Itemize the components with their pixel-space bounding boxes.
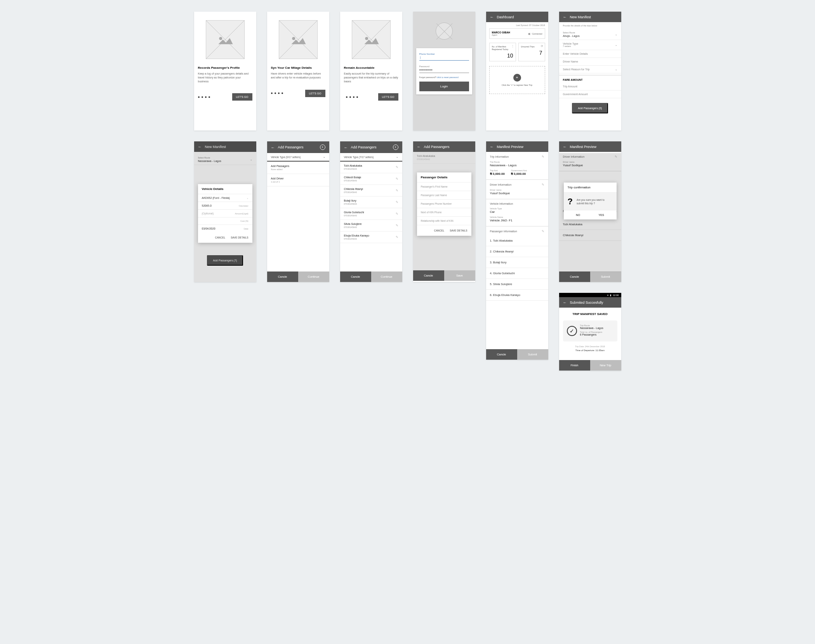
forgot-password: Forgot password? click to reset password [419,76,469,78]
avatar-placeholder [436,23,453,40]
save-button[interactable]: Save [444,270,475,281]
password-label: Password [419,65,469,68]
edit-icon[interactable]: ✎ [396,224,398,227]
appbar-title: Manifest Preview [570,145,617,149]
yes-button[interactable]: YES [599,214,604,216]
edit-icon[interactable]: ✎ [542,183,544,186]
gov-amount-field[interactable]: Government Amount [559,91,621,98]
new-trip-button[interactable]: New Trip [590,360,621,371]
list-item[interactable]: Chikesia Ifeanyi07030145643✎ [340,185,402,197]
edit-icon[interactable]: ✎ [396,189,398,192]
continue-button[interactable]: Continue [298,272,329,282]
back-icon[interactable]: ← [563,300,567,305]
text-input[interactable]: Passangers Phone Number [417,200,471,208]
amount-field[interactable]: (Optional)Amount(L/gal) [198,209,252,217]
list-item[interactable]: Bolaji Ilory07030145643✎ [340,197,402,208]
add-trip-zone[interactable]: + Click the "+" to register New Trip [489,66,545,94]
onboarding-screen-2: Syn Your Car Milage Details Have drivers… [267,12,329,131]
text-input[interactable]: Relationship with Next of KIN [417,217,471,225]
list-item[interactable]: Tobi Abalukaka07030145643✎ [340,162,402,173]
modal-title: Trip confirmation [564,183,617,193]
driver-name-field[interactable]: Driver Name [559,58,621,66]
refresh-icon[interactable]: ⟳ [541,45,543,48]
text-input[interactable]: Passangers Last Name [417,191,471,200]
back-icon[interactable]: ← [563,15,567,19]
finish-button[interactable]: Finish [559,360,590,371]
edit-icon[interactable]: ✎ [396,212,398,216]
image-placeholder [279,20,318,59]
back-icon[interactable]: ← [563,144,567,149]
more-icon[interactable]: ⋮ [511,45,514,48]
edit-icon[interactable]: ✎ [396,165,398,169]
onboarding-title: Records Passenger's Profile [198,66,252,70]
no-button[interactable]: NO [576,214,580,216]
cost-field[interactable]: Cost (N) [198,217,252,225]
vehicle-type-select[interactable]: Vehicle Type (7/17 setters)⌄ [340,153,402,162]
vehicle-details-field[interactable]: Enter Vehicle Details [559,50,621,58]
svg-point-8 [365,37,368,40]
cancel-button[interactable]: CANCEL [434,229,444,232]
login-button[interactable]: Login [419,82,469,91]
submit-button[interactable]: Submit [517,349,548,360]
user-role: Agent [492,34,510,36]
cancel-button[interactable]: Cancle [413,270,444,281]
password-field[interactable]: Password •••••••••••••• [419,64,469,73]
chevron-down-icon: ⌄ [396,155,398,158]
submit-button[interactable]: Submit [590,272,621,282]
cancel-button[interactable]: Cancle [559,272,590,282]
reason-field[interactable]: Select Reason for Trip⌄ [559,66,621,73]
lets-go-button[interactable]: LET'S GO [232,93,252,101]
edit-icon[interactable]: ✎ [542,230,544,233]
list-item[interactable]: Gloria Gobeluchi07030145643✎ [340,208,402,220]
add-passengers-section[interactable]: Add PassagersNone added [267,162,329,174]
add-icon[interactable]: + [393,144,398,150]
stat-manifest-today: ⋮ No. of Manifest Registered Today 10 [489,43,516,61]
reset-password-link[interactable]: click to reset password [437,76,459,78]
list-item: 3. Bolaji Ilory [486,257,548,268]
plus-icon[interactable]: + [513,74,521,82]
back-icon[interactable]: ← [271,145,275,150]
add-icon[interactable]: + [320,144,325,150]
back-icon[interactable]: ← [490,15,494,19]
onboarding-body: Have drivers enter vehicle milages befor… [271,72,325,80]
trip-confirmation-modal: Trip confirmation ? Are you sure you wan… [564,183,617,219]
cancel-button[interactable]: Cancle [486,349,517,360]
list-item[interactable]: Chikedi Bolaje07030145643✎ [340,173,402,185]
trip-date: Trip Date: 24th December 2018 [559,345,621,348]
profile-card: MARCO GIBAH Agent ◧Connected [489,28,545,39]
vehicle-select[interactable]: AKD652 (Ford - Fiesta)⌄ [198,194,252,202]
passenger-details-modal: Passanger Details Passanger's First Name… [417,172,471,236]
route-field[interactable]: Select RouteAbuja - Lagos⌄ [559,29,621,40]
back-icon[interactable]: ← [417,144,421,149]
list-item[interactable]: Silvia Solojiere07030145643✎ [340,220,402,231]
lets-go-button[interactable]: LET'S GO [305,90,325,97]
date-field[interactable]: 03/04/2020Date [198,225,252,232]
edit-icon[interactable]: ✎ [396,235,398,239]
back-icon[interactable]: ← [344,145,348,150]
add-passengers-button[interactable]: Add Passangers (0) [572,103,608,113]
continue-button[interactable]: Continue [371,272,402,282]
edit-icon[interactable]: ✎ [396,177,398,181]
cancel-button[interactable]: Cancle [340,272,371,282]
save-details-button[interactable]: SAVE DETAILS [231,236,248,239]
list-item[interactable]: Ebuja Ebuka Kanayo07030145643✎ [340,231,402,243]
appbar-title: Submited Succesfully [570,301,617,305]
trip-amount-field[interactable]: Trip Amount [559,83,621,91]
edit-icon[interactable]: ✎ [396,200,398,204]
lets-go-button[interactable]: LET'S GO [378,93,398,101]
phone-field[interactable]: Phone Number | [419,51,469,61]
odometer-field[interactable]: 52065.0Odometer [198,202,252,209]
back-icon[interactable]: ← [490,144,494,149]
vehicle-type-select[interactable]: Vehicle Type (0/17 setters)⌄ [267,153,329,162]
cancel-button[interactable]: CANCEL [215,236,225,239]
text-input[interactable]: Passanger's First Name [417,183,471,191]
vehicle-type-field[interactable]: Vehicle Type7 setters⌄ [559,40,621,50]
save-details-button[interactable]: SAVE DETAILS [450,229,467,232]
section-title: Driver Information [490,183,512,186]
cancel-button[interactable]: Cancle [267,272,298,282]
login-screen: Phone Number | Password •••••••••••••• F… [413,12,475,131]
edit-icon[interactable]: ✎ [542,155,544,158]
add-driver-section[interactable]: Add Driver1 out of 1 [267,174,329,186]
section-title: Trip Information [490,155,509,158]
text-input[interactable]: Next of KIN Phone [417,208,471,217]
